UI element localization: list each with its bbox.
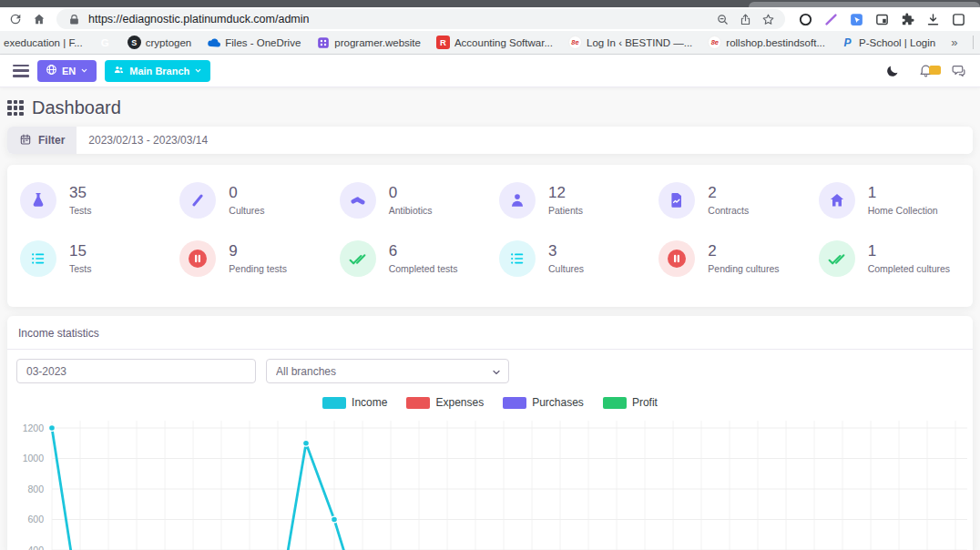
stat-label: Tests xyxy=(69,263,92,274)
bookmark-item[interactable]: RAccounting Softwar... xyxy=(436,36,553,49)
bookmark-item[interactable]: Scryptogen xyxy=(128,36,192,49)
zoom-out-icon[interactable] xyxy=(714,11,730,27)
stat-text: 1Home Collection xyxy=(868,185,938,216)
notifications-bell-icon[interactable] xyxy=(916,62,934,80)
legend-item-purchases[interactable]: Purchases xyxy=(503,396,584,409)
stat-label: Cultures xyxy=(548,263,584,274)
language-button[interactable]: EN xyxy=(37,60,97,82)
home-icon xyxy=(819,182,855,219)
stat-label: Pending tests xyxy=(229,263,287,274)
stats-card: 35Tests0Cultures0Antibiotics12Patients2C… xyxy=(7,165,973,307)
chart-legend: IncomeExpensesPurchasesProfit xyxy=(7,396,973,409)
blue-extension-icon[interactable] xyxy=(847,10,866,29)
red-8e-favicon-icon: 8e xyxy=(568,36,582,49)
legend-label: Expenses xyxy=(435,396,484,409)
stat-cultures: 0Cultures xyxy=(170,182,330,219)
side-panel-icon[interactable] xyxy=(873,10,892,29)
stat-value: 3 xyxy=(548,243,584,260)
bookmark-label: rollshop.bestindsoft... xyxy=(726,37,825,48)
app-navbar: EN Main Branch xyxy=(0,55,980,87)
address-bar[interactable]: https://ediagnostic.platinumduck.com/adm… xyxy=(56,9,785,29)
extensions-puzzle-icon[interactable] xyxy=(898,10,917,29)
dark-s-favicon-icon: S xyxy=(128,36,141,49)
legend-swatch xyxy=(503,397,526,409)
stat-label: Patients xyxy=(548,205,583,216)
stat-text: 0Antibiotics xyxy=(389,185,433,216)
legend-swatch xyxy=(406,397,430,409)
bookmark-item[interactable]: exeducation | F... xyxy=(4,37,83,48)
menu-toggle-icon[interactable] xyxy=(13,65,29,77)
date-range-input[interactable] xyxy=(77,127,973,154)
legend-label: Profit xyxy=(632,396,658,409)
stat-value: 0 xyxy=(229,185,264,202)
filter-button-label: Filter xyxy=(38,134,65,147)
stat-label: Antibiotics xyxy=(389,205,433,216)
filter-button[interactable]: Filter xyxy=(7,127,77,154)
stat-value: 1 xyxy=(868,243,950,260)
chat-icon[interactable] xyxy=(949,62,967,80)
pen-extension-icon[interactable] xyxy=(822,10,841,29)
home-icon[interactable] xyxy=(29,9,49,29)
stat-value: 2 xyxy=(708,185,749,202)
chevron-down-icon xyxy=(80,66,88,76)
month-input[interactable] xyxy=(16,359,256,383)
bookmark-star-icon[interactable] xyxy=(760,11,776,27)
pause-icon xyxy=(179,240,216,277)
reload-icon[interactable] xyxy=(5,9,26,29)
bookmark-label: Files - OneDrive xyxy=(225,37,301,48)
circle-extension-icon[interactable] xyxy=(796,10,815,29)
income-title: Income statistics xyxy=(7,316,973,349)
stat-text: 1Completed cultures xyxy=(868,243,950,274)
url-text[interactable]: https://ediagnostic.platinumduck.com/adm… xyxy=(88,13,708,25)
page-header: Dashboard xyxy=(0,87,980,127)
bookmark-item[interactable]: 8erollshop.bestindsoft... xyxy=(708,36,825,49)
legend-item-expenses[interactable]: Expenses xyxy=(406,396,484,409)
bookmarks-overflow-chevron[interactable]: » xyxy=(951,36,957,49)
bookmark-label: cryptogen xyxy=(146,37,192,48)
stat-text: 12Patients xyxy=(548,185,583,216)
branch-select[interactable]: All branches xyxy=(266,359,509,383)
onedrive-favicon-icon xyxy=(207,36,220,49)
stat-value: 2 xyxy=(708,243,779,260)
patient-icon xyxy=(499,182,536,219)
bookmark-item[interactable]: programer.website xyxy=(316,36,421,49)
bookmark-label: programer.website xyxy=(334,37,421,48)
dark-mode-moon-icon[interactable] xyxy=(883,62,902,80)
branch-button[interactable]: Main Branch xyxy=(105,60,210,82)
bookmark-item[interactable]: PP-School | Login xyxy=(841,36,935,49)
lock-icon xyxy=(66,11,82,27)
legend-item-profit[interactable]: Profit xyxy=(603,396,658,409)
extension-area xyxy=(796,10,968,29)
blue-p-favicon-icon: P xyxy=(841,36,854,49)
browser-toolbar: https://ediagnostic.platinumduck.com/adm… xyxy=(0,7,980,31)
stat-value: 9 xyxy=(229,243,287,260)
bookmark-label: P-School | Login xyxy=(859,37,935,48)
branch-label: Main Branch xyxy=(129,66,189,76)
legend-swatch xyxy=(322,397,346,409)
legend-item-income[interactable]: Income xyxy=(322,396,387,409)
downloads-icon[interactable] xyxy=(924,10,943,29)
stat-label: Completed cultures xyxy=(868,263,950,274)
language-label: EN xyxy=(62,66,76,76)
bookmark-item[interactable]: 8eLog In ‹ BESTIND —... xyxy=(568,36,692,49)
bookmark-item[interactable]: Files - OneDrive xyxy=(207,36,301,49)
checks-icon xyxy=(819,240,855,277)
stat-text: 2Pending cultures xyxy=(708,243,779,274)
stat-pending-tests: 9Pending tests xyxy=(170,240,330,277)
users-icon xyxy=(113,64,125,77)
list-icon xyxy=(20,240,56,277)
branch-select-wrap: All branches xyxy=(266,359,509,383)
red-8e-favicon-icon: 8e xyxy=(708,36,721,49)
stat-tests: 15Tests xyxy=(11,240,170,277)
stat-label: Completed tests xyxy=(389,263,458,274)
share-icon[interactable] xyxy=(737,11,753,27)
browser-tab[interactable] xyxy=(749,2,980,7)
tube-icon xyxy=(179,182,216,219)
profile-avatar[interactable] xyxy=(949,10,968,29)
income-card: Income statistics All branches IncomeExp… xyxy=(7,316,973,550)
notification-badge xyxy=(929,66,941,75)
google-g-favicon-icon: G xyxy=(98,36,112,49)
list-icon xyxy=(499,240,536,277)
stat-text: 9Pending tests xyxy=(229,243,287,274)
bookmark-item[interactable]: G xyxy=(98,36,112,49)
